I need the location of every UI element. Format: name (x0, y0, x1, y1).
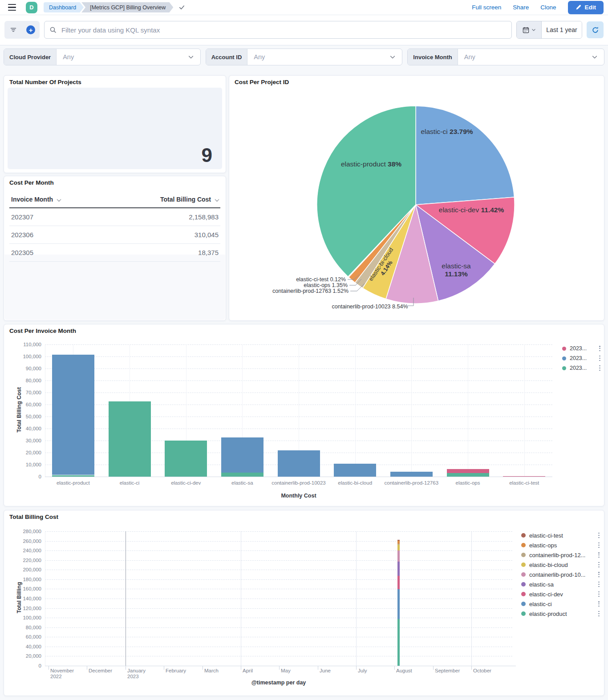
column-header-invoice-month[interactable]: Invoice Month (9, 192, 107, 208)
y-tick-label: 40,000 (4, 426, 41, 431)
legend-menu-icon[interactable] (599, 356, 600, 361)
saved-check-icon[interactable] (178, 4, 185, 11)
time-range-button[interactable]: Last 1 year (542, 21, 582, 38)
breadcrumb-dashboard[interactable]: Dashboard (44, 2, 84, 12)
y-tick-label: 10,000 (4, 462, 41, 467)
x-tick-label: May (281, 668, 291, 674)
ts-bar-segment-elastic-sa[interactable] (397, 562, 400, 576)
legend-item-elastic-sa[interactable]: elastic-sa (521, 580, 600, 588)
ts-bar-segment-containerlib-prod-10023[interactable] (397, 550, 400, 562)
legend-item-2023...[interactable]: 2023... (562, 344, 600, 352)
ts-bar-segment-elastic-product[interactable] (397, 619, 400, 666)
space-avatar[interactable]: D (26, 2, 37, 13)
x-tick-label: June (320, 668, 331, 674)
legend-item-elastic-ci-dev[interactable]: elastic-ci-dev (521, 590, 600, 598)
pie-label-elastic-ops: elastic-ops 1.35% (304, 282, 348, 288)
bar-segment-containerlib-prod-12763[interactable] (390, 472, 433, 477)
legend-menu-icon[interactable] (598, 533, 600, 538)
filter-account-id[interactable]: Account ID Any (206, 49, 403, 65)
add-filter-button[interactable]: + (22, 21, 40, 39)
legend-menu-icon[interactable] (598, 562, 600, 567)
bar-segment-elastic-sa[interactable] (221, 473, 263, 477)
legend-menu-icon[interactable] (598, 591, 600, 597)
legend-menu-icon[interactable] (598, 572, 600, 577)
ts-bar-segment-elastic-bi-cloud[interactable] (397, 545, 400, 550)
search-icon (49, 26, 57, 33)
legend-menu-icon[interactable] (598, 542, 600, 548)
full-screen-link[interactable]: Full screen (472, 4, 501, 11)
table-row: 20230518,375 (9, 244, 220, 262)
ts-bar-segment-containerlib-prod-12763[interactable] (397, 544, 400, 545)
filter-cloud-provider[interactable]: Cloud Provider Any (4, 49, 201, 65)
pencil-icon (576, 4, 581, 10)
legend-item-elastic-ops[interactable]: elastic-ops (521, 541, 600, 549)
x-tick-label: containerlib-prod-12763 (380, 480, 442, 486)
bar-segment-elastic-ci-test[interactable] (503, 476, 545, 477)
legend-item-elastic-bi-cloud[interactable]: elastic-bi-cloud (521, 561, 600, 569)
bar-segment-elastic-ops[interactable] (447, 469, 489, 473)
legend-item-containerlib-prod-12...[interactable]: containerlib-prod-12... (521, 551, 600, 559)
date-picker: Last 1 year (516, 21, 582, 39)
y-tick-label: 80,000 (4, 625, 41, 630)
share-link[interactable]: Share (513, 4, 529, 11)
column-label: Total Billing Cost (160, 196, 211, 203)
legend-item-2023...[interactable]: 2023... (562, 364, 600, 372)
legend-label: containerlib-prod-12... (529, 552, 596, 558)
bar-segment-elastic-product[interactable] (52, 475, 94, 477)
clone-link[interactable]: Clone (540, 4, 556, 11)
legend-item-2023...[interactable]: 2023... (562, 354, 600, 362)
bar-segment-elastic-ci[interactable] (109, 401, 151, 477)
panel-title[interactable]: Cost Per Month (9, 179, 54, 186)
x-tick (203, 666, 203, 670)
bar-segment-containerlib-prod-10023[interactable] (278, 450, 320, 477)
y-tick-label: 50,000 (4, 414, 41, 419)
ts-bar-segment-elastic-ops[interactable] (397, 541, 400, 544)
filter-icon[interactable] (4, 21, 22, 39)
panel-cost-per-month: Cost Per Month Invoice Month Total Billi… (4, 176, 226, 321)
legend-item-elastic-product[interactable]: elastic-product (521, 610, 600, 618)
ts-bar-segment-elastic-ci[interactable] (397, 589, 400, 619)
edit-button[interactable]: Edit (568, 1, 604, 14)
column-header-total-billing-cost[interactable]: Total Billing Cost (107, 192, 220, 208)
bar-segment-elastic-bi-cloud[interactable] (334, 464, 376, 477)
legend-menu-icon[interactable] (599, 365, 600, 371)
legend-label: 2023... (570, 355, 596, 361)
panel-title[interactable]: Cost Per Project ID (235, 79, 289, 85)
legend-item-elastic-ci[interactable]: elastic-ci (521, 600, 600, 608)
bar-segment-elastic-product[interactable] (52, 355, 94, 475)
legend-item-elastic-ci-test[interactable]: elastic-ci-test (521, 531, 600, 539)
chevron-down-icon (57, 197, 61, 202)
legend-menu-icon[interactable] (598, 611, 600, 616)
gridline-y (45, 608, 512, 609)
pie-slice-elastic-ci[interactable] (416, 106, 514, 205)
legend-menu-icon[interactable] (599, 346, 600, 351)
x-tick-label: elastic-ci-dev (155, 480, 217, 486)
y-tick-label: 80,000 (4, 378, 41, 383)
breadcrumb: Dashboard [Metrics GCP] Billing Overview (44, 2, 173, 12)
x-tick-label: September (435, 668, 460, 674)
panel-title[interactable]: Total Billing Cost (9, 514, 58, 520)
pie-chart: elastic-ci 23.79%elastic-ci-dev 11.42%el… (229, 76, 604, 320)
filter-invoice-month[interactable]: Invoice Month Any (407, 49, 604, 65)
bar-segment-elastic-ci-dev[interactable] (165, 441, 207, 477)
x-tick (471, 666, 472, 670)
panel-title[interactable]: Total Number Of Projects (9, 79, 81, 85)
refresh-button[interactable] (587, 21, 604, 38)
ts-bar-segment-elastic-ci-test[interactable] (397, 540, 400, 541)
calendar-button[interactable] (517, 21, 542, 38)
y-tick-label: 0 (4, 663, 41, 668)
ts-bar-segment-elastic-ci-dev[interactable] (397, 576, 400, 589)
legend-menu-icon[interactable] (598, 601, 600, 607)
search-input[interactable] (44, 21, 512, 39)
bar-segment-elastic-sa[interactable] (221, 437, 263, 473)
chevron-down-icon (531, 28, 536, 32)
bar-segment-elastic-ops[interactable] (447, 473, 489, 477)
legend-menu-icon[interactable] (598, 552, 600, 558)
legend-item-containerlib-prod-10...[interactable]: containerlib-prod-10... (521, 571, 600, 579)
menu-icon[interactable] (4, 1, 20, 14)
y-tick-label: 40,000 (4, 644, 41, 649)
panel-title[interactable]: Cost Per Invoice Month (9, 328, 76, 334)
pie-label-elastic-ci-test: elastic-ci-test 0.12% (296, 276, 346, 283)
legend-menu-icon[interactable] (598, 582, 600, 587)
x-tick-label: February (166, 668, 186, 674)
